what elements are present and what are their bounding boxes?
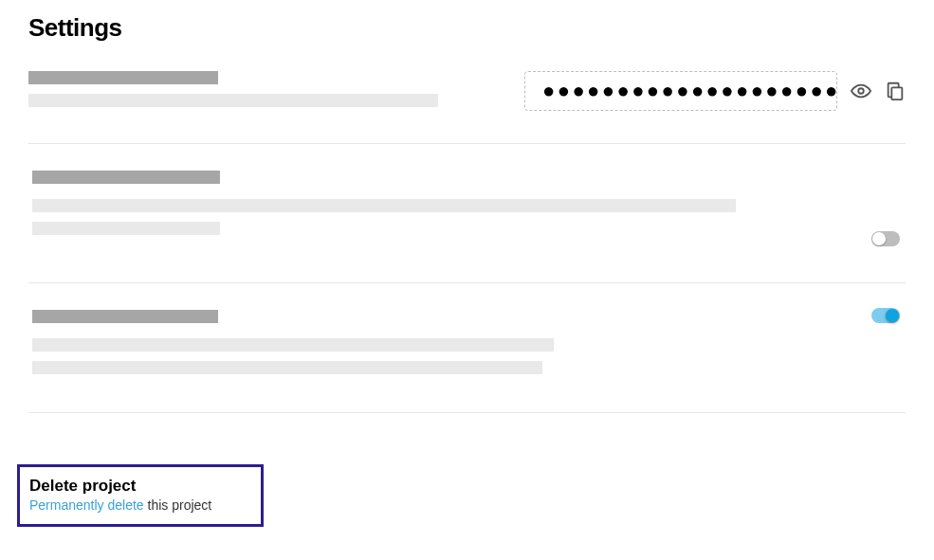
placeholder-desc — [32, 361, 542, 374]
settings-section-toggle-2 — [28, 283, 906, 413]
placeholder-label — [28, 71, 218, 84]
placeholder-desc — [32, 338, 554, 352]
settings-section-secret: ●●●●●●●●●●●●●●●●●●●●●●●●●●●●●●●●●● — [28, 71, 906, 144]
toggle-switch[interactable] — [871, 231, 900, 246]
delete-project-box: Delete project Permanently delete this p… — [17, 464, 264, 527]
delete-project-title: Delete project — [29, 477, 249, 496]
placeholder-desc — [32, 199, 736, 212]
eye-icon[interactable] — [851, 81, 871, 101]
delete-project-suffix: this project — [144, 497, 212, 513]
copy-icon[interactable] — [885, 81, 906, 101]
placeholder-desc — [32, 222, 220, 235]
permanently-delete-link[interactable]: Permanently delete — [29, 497, 144, 513]
toggle-knob — [886, 309, 899, 322]
svg-point-0 — [858, 88, 864, 94]
page-title: Settings — [28, 13, 906, 43]
placeholder-label — [32, 310, 218, 323]
secret-value: ●●●●●●●●●●●●●●●●●●●●●●●●●●●●●●●●●● — [524, 71, 837, 111]
svg-rect-1 — [891, 87, 902, 99]
placeholder-label — [32, 171, 220, 184]
delete-project-subtitle: Permanently delete this project — [29, 497, 249, 513]
toggle-knob — [872, 232, 886, 245]
placeholder-desc — [28, 94, 438, 107]
toggle-switch[interactable] — [871, 308, 900, 323]
settings-section-toggle-1 — [28, 144, 906, 283]
